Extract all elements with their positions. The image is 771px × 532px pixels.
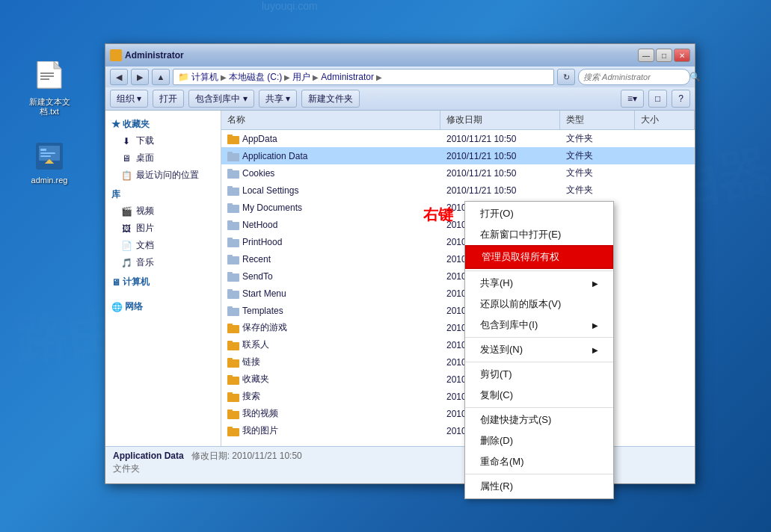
table-row[interactable]: 收藏夹 2010/11/21 10:12 文件夹: [221, 371, 695, 388]
sidebar-item-recent[interactable]: 📋 最近访问的位置: [105, 167, 221, 184]
table-row[interactable]: 保存的游戏 2010/11/21 11:40 文件夹: [221, 319, 695, 336]
table-row[interactable]: Templates 2010/11/21 10:50 文件夹: [221, 302, 695, 319]
folder-icon: [227, 133, 239, 145]
address-bar[interactable]: 📁 计算机 ▶ 本地磁盘 (C:) ▶ 用户 ▶ Administrator ▶: [173, 69, 554, 85]
sidebar-item-downloads[interactable]: ⬇ 下载: [105, 132, 221, 149]
sidebar-item-music[interactable]: 🎵 音乐: [105, 254, 221, 271]
folder-icon: [227, 185, 239, 197]
submenu-arrow-icon: ▶: [592, 346, 598, 354]
table-row[interactable]: AppData 2010/11/21 10:50 文件夹: [221, 130, 695, 147]
desktop-icon-new-txt[interactable]: 新建文本文 档.txt: [22, 60, 76, 117]
context-menu-item-label: 打开(O): [480, 207, 514, 220]
share-button[interactable]: 共享 ▾: [259, 90, 297, 108]
desktop-icon-admin-reg[interactable]: admin.reg: [22, 138, 76, 185]
open-button[interactable]: 打开: [153, 90, 184, 108]
context-menu-item[interactable]: 发送到(N)▶: [465, 339, 613, 360]
help-button[interactable]: ?: [672, 90, 690, 108]
close-button[interactable]: ✕: [674, 49, 690, 62]
context-menu-item[interactable]: 属性(R): [465, 476, 613, 497]
table-row[interactable]: Cookies 2010/11/21 10:50 文件夹: [221, 164, 695, 182]
forward-button[interactable]: ▶: [131, 69, 149, 85]
context-menu-item[interactable]: 剪切(T): [465, 364, 613, 385]
table-row[interactable]: My Documents 2010/11/21 10:50 文件夹: [221, 199, 695, 216]
sidebar-item-documents[interactable]: 📄 文档: [105, 237, 221, 254]
file-name-cell: AppData: [221, 132, 440, 146]
folder-icon: [227, 322, 239, 334]
table-row[interactable]: Start Menu 2010/11/21 10:50 文件夹: [221, 285, 695, 302]
up-button[interactable]: ▲: [152, 69, 170, 85]
context-menu-item[interactable]: 复制(C): [465, 385, 613, 406]
table-row[interactable]: SendTo 2010/11/21 10:50 文件夹: [221, 267, 695, 285]
file-size-cell: [635, 224, 695, 226]
file-size-cell: [635, 379, 695, 380]
file-name-cell: PrintHood: [221, 235, 440, 249]
file-name-cell: NetHood: [221, 218, 440, 232]
context-menu-item[interactable]: 重命名(M): [465, 451, 613, 472]
search-input[interactable]: [583, 72, 687, 81]
table-row[interactable]: 联系人 2010/11/21 11:40 文件夹: [221, 336, 695, 353]
address-bar-area: ◀ ▶ ▲ 📁 计算机 ▶ 本地磁盘 (C:) ▶ 用户 ▶ Administr…: [105, 66, 695, 87]
music-icon: 🎵: [120, 257, 132, 269]
sidebar-item-downloads-label: 下载: [136, 134, 154, 147]
col-header-name[interactable]: 名称: [221, 111, 440, 129]
file-size-cell: [635, 396, 695, 398]
view-button[interactable]: ≡▾: [621, 90, 644, 108]
sidebar-item-recent-label: 最近访问的位置: [136, 169, 199, 182]
new-folder-button[interactable]: 新建文件夹: [301, 90, 360, 108]
svg-rect-28: [227, 255, 233, 258]
table-row[interactable]: 我的视频 2010/11/21 11:40 文件夹: [221, 405, 695, 422]
txt-icon: [34, 60, 64, 96]
col-header-type[interactable]: 类型: [560, 111, 635, 129]
svg-rect-14: [227, 134, 233, 137]
back-button[interactable]: ◀: [110, 69, 128, 85]
file-size-cell: [635, 310, 695, 312]
sidebar-item-pictures[interactable]: 🖼 图片: [105, 220, 221, 237]
folder-icon: [227, 339, 239, 351]
file-size-cell: [635, 413, 695, 415]
maximize-button[interactable]: □: [656, 49, 672, 62]
include-lib-button[interactable]: 包含到库中 ▾: [188, 90, 254, 108]
context-menu-item[interactable]: 包含到库中(I)▶: [465, 315, 613, 335]
file-type-cell: 文件夹: [560, 166, 635, 180]
context-menu-item[interactable]: 管理员取得所有权: [465, 245, 613, 269]
col-header-size[interactable]: 大小: [635, 111, 695, 129]
table-row[interactable]: Application Data 2010/11/21 10:50 文件夹: [221, 147, 695, 164]
file-name-cell: 收藏夹: [221, 372, 440, 386]
sidebar-item-video[interactable]: 🎬 视频: [105, 202, 221, 220]
table-row[interactable]: 链接 2010/11/21 11:40 文件夹: [221, 353, 695, 371]
table-row[interactable]: 搜索 2010/11/21 11:40 文件夹: [221, 388, 695, 405]
table-row[interactable]: Recent 2010/11/21 10:50 文件夹: [221, 250, 695, 267]
table-row[interactable]: 我的图片 2010/11/21 11:40 文件夹: [221, 422, 695, 439]
context-menu-item[interactable]: 还原以前的版本(V): [465, 294, 613, 315]
svg-rect-24: [227, 220, 233, 223]
search-bar[interactable]: 🔍: [578, 69, 690, 85]
refresh-button[interactable]: ↻: [557, 69, 575, 85]
col-header-date[interactable]: 修改日期: [440, 111, 560, 129]
file-date-cell: 2010/11/21 10:50: [440, 150, 560, 162]
sidebar-item-desktop[interactable]: 🖥 桌面: [105, 149, 221, 167]
sidebar-network-title: 🌐 网络: [105, 296, 221, 315]
desktop-icon-admin-reg-label: admin.reg: [31, 176, 68, 185]
context-menu-item[interactable]: 删除(D): [465, 430, 613, 451]
context-menu-item[interactable]: 在新窗口中打开(E): [465, 224, 613, 245]
organize-button[interactable]: 组织 ▾: [110, 90, 148, 108]
context-menu-separator: [465, 474, 613, 474]
desktop-icon-new-txt-label: 新建文本文 档.txt: [22, 97, 76, 117]
layout-button[interactable]: □: [648, 90, 667, 108]
table-row[interactable]: NetHood 2010/11/21 10:50 文件夹: [221, 216, 695, 233]
context-menu-item[interactable]: 共享(H)▶: [465, 273, 613, 294]
file-size-cell: [635, 344, 695, 346]
context-menu-item[interactable]: 创建快捷方式(S): [465, 409, 613, 430]
minimize-button[interactable]: —: [638, 49, 654, 62]
context-menu-item-label: 还原以前的版本(V): [480, 297, 561, 311]
file-size-cell: [635, 362, 695, 363]
sidebar-item-music-label: 音乐: [136, 256, 154, 269]
svg-rect-48: [227, 427, 233, 430]
file-name-cell: Local Settings: [221, 184, 440, 197]
file-name-cell: 搜索: [221, 389, 440, 403]
table-row[interactable]: PrintHood 2010/11/21 10:50 文件夹: [221, 233, 695, 250]
context-menu-item[interactable]: 打开(O): [465, 203, 613, 224]
table-row[interactable]: Local Settings 2010/11/21 10:50 文件夹: [221, 182, 695, 199]
path-current: Administrator: [321, 72, 374, 82]
file-name-cell: Recent: [221, 253, 440, 266]
